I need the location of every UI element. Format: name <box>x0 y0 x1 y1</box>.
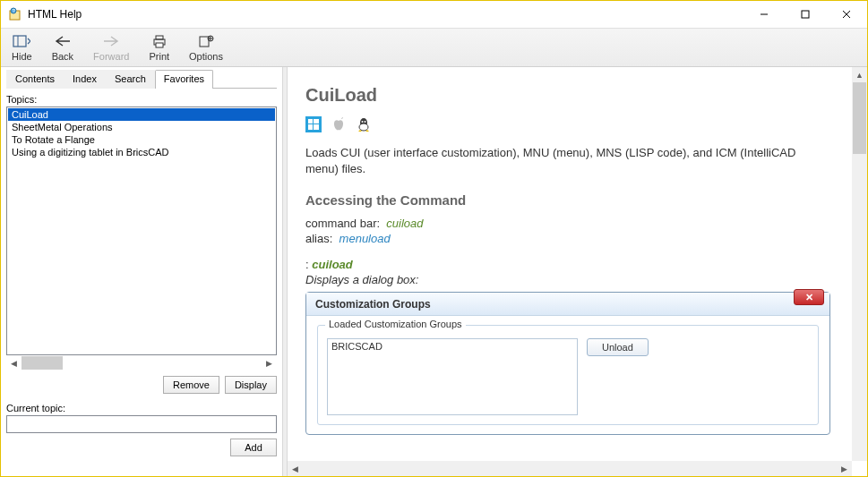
topics-list[interactable]: CuiLoad SheetMetal Operations To Rotate … <box>6 106 277 355</box>
linux-icon <box>356 116 372 132</box>
svg-rect-18 <box>314 124 319 130</box>
print-label: Print <box>149 51 169 62</box>
minimize-button[interactable] <box>743 1 785 28</box>
list-item[interactable]: SheetMetal Operations <box>8 121 275 133</box>
titlebar: ? HTML Help <box>1 1 867 28</box>
topics-label: Topics: <box>6 94 277 105</box>
svg-rect-17 <box>308 124 313 130</box>
toolbar: Hide Back Forward Print Options <box>1 28 867 67</box>
alias-label: alias: <box>305 232 332 245</box>
horizontal-scrollbar[interactable]: ◀ ▶ <box>288 461 852 476</box>
svg-text:?: ? <box>13 8 15 13</box>
add-button[interactable]: Add <box>230 439 277 456</box>
window-title: HTML Help <box>28 8 743 21</box>
scroll-right-icon[interactable]: ▶ <box>837 461 852 476</box>
hide-button[interactable]: Hide <box>8 31 36 64</box>
hide-label: Hide <box>12 51 32 62</box>
os-icons <box>305 116 830 132</box>
svg-rect-10 <box>156 36 163 39</box>
back-icon <box>54 33 72 49</box>
svg-rect-15 <box>308 119 313 124</box>
dialog-close-icon: ✕ <box>794 289 824 305</box>
svg-rect-11 <box>156 43 163 47</box>
svg-point-21 <box>362 121 364 123</box>
dialog-titlebar: Customization Groups ✕ <box>306 293 829 316</box>
display-button[interactable]: Display <box>225 376 277 394</box>
alias-row: alias: menuload <box>305 232 830 245</box>
command-bar-label: command bar: <box>305 217 380 230</box>
nav-tabs: Contents Index Search Favorites <box>6 69 277 89</box>
page-title: CuiLoad <box>305 85 830 106</box>
app-icon: ? <box>8 7 22 21</box>
print-button[interactable]: Print <box>145 31 173 64</box>
options-button[interactable]: Options <box>185 31 227 64</box>
current-topic-label: Current topic: <box>6 403 277 413</box>
maximize-button[interactable] <box>785 1 826 28</box>
nav-pane: Contents Index Search Favorites Topics: … <box>1 67 282 476</box>
svg-rect-16 <box>314 119 319 124</box>
list-item[interactable]: Using a digitizing tablet in BricsCAD <box>8 146 275 158</box>
svg-point-20 <box>359 124 368 131</box>
topics-hscrollbar[interactable]: ◀ ▶ <box>6 355 277 371</box>
tab-favorites[interactable]: Favorites <box>155 70 213 89</box>
fieldset-legend: Loaded Customization Groups <box>325 319 466 329</box>
content: CuiLoad Loads CUI (user interface custom… <box>288 67 852 461</box>
list-item[interactable]: To Rotate a Flange <box>8 133 275 146</box>
unload-button: Unload <box>587 338 649 356</box>
tab-index[interactable]: Index <box>64 70 106 89</box>
options-icon <box>197 33 215 49</box>
svg-rect-4 <box>802 11 809 18</box>
alias-value[interactable]: menuload <box>339 232 391 245</box>
vertical-scrollbar[interactable]: ▲ <box>852 67 867 461</box>
dialog-fieldset: Loaded Customization Groups BRICSCAD Unl… <box>317 325 819 425</box>
window-controls <box>743 1 867 28</box>
close-button[interactable] <box>826 1 867 28</box>
tab-search[interactable]: Search <box>106 70 155 89</box>
listbox-item: BRICSCAD <box>331 341 573 352</box>
prompt: : cuiload <box>305 258 830 271</box>
windows-icon <box>305 116 322 132</box>
description: Loads CUI (user interface customization)… <box>305 145 830 176</box>
print-icon <box>150 33 168 49</box>
displays-text: Displays a dialog box: <box>305 273 830 286</box>
scroll-thumb[interactable] <box>21 356 63 370</box>
list-item[interactable]: CuiLoad <box>8 108 275 121</box>
svg-rect-12 <box>200 37 209 47</box>
section-heading: Accessing the Command <box>305 192 830 208</box>
forward-label: Forward <box>93 51 129 62</box>
svg-point-22 <box>365 121 366 123</box>
dialog-listbox: BRICSCAD <box>327 338 578 415</box>
scroll-left-icon[interactable]: ◀ <box>288 461 303 476</box>
options-label: Options <box>189 51 223 62</box>
tab-contents[interactable]: Contents <box>6 70 64 89</box>
dialog-title: Customization Groups <box>315 298 431 311</box>
command-bar-row: command bar: cuiload <box>305 217 830 230</box>
hide-icon <box>13 33 30 49</box>
scroll-thumb[interactable] <box>853 82 866 154</box>
forward-button[interactable]: Forward <box>90 31 133 64</box>
svg-rect-7 <box>13 36 26 47</box>
back-label: Back <box>52 51 73 62</box>
current-topic-input[interactable] <box>6 415 277 433</box>
scroll-up-icon[interactable]: ▲ <box>852 67 867 82</box>
dialog-image: Customization Groups ✕ Loaded Customizat… <box>305 292 830 435</box>
apple-icon <box>331 116 347 132</box>
forward-icon <box>102 33 120 49</box>
remove-button[interactable]: Remove <box>163 376 219 394</box>
back-button[interactable]: Back <box>48 31 77 64</box>
content-pane: CuiLoad Loads CUI (user interface custom… <box>288 67 867 476</box>
command-bar-value: cuiload <box>386 217 423 230</box>
